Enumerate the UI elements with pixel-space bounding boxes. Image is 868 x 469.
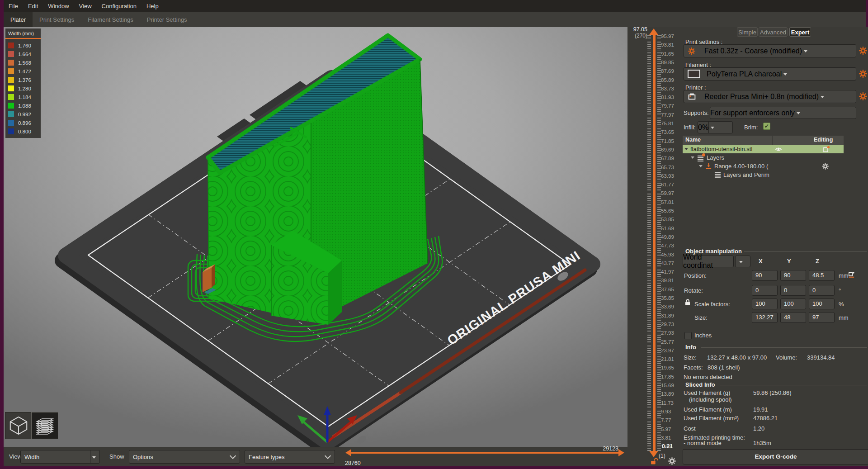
layer-tick-label: 39.81	[661, 278, 681, 283]
mode-advanced-button[interactable]: Advanced	[759, 27, 788, 37]
layers-icon	[697, 154, 704, 161]
manip-input[interactable]: 90	[752, 270, 778, 281]
manip-input[interactable]: 48	[780, 312, 806, 323]
printer-combo[interactable]: Reeder Prusa Mini+ 0.8n (modified)	[684, 90, 856, 103]
lock-open-icon[interactable]	[650, 457, 658, 465]
menu-window[interactable]: Window	[43, 0, 74, 12]
infill-combo[interactable]: 0%	[698, 121, 733, 133]
layers-icon	[714, 171, 721, 178]
mode-expert-button[interactable]: Expert	[789, 27, 811, 37]
layer-tick-label: 63.93	[661, 173, 681, 179]
manip-input[interactable]: 100	[752, 298, 778, 309]
layer-tick-label: 49.89	[661, 234, 681, 240]
menu-view[interactable]: View	[74, 0, 97, 12]
menu-help[interactable]: Help	[142, 0, 164, 12]
legend-entry: 1.472	[5, 67, 41, 76]
editing-column-header: Editing	[814, 137, 833, 143]
print-settings-combo[interactable]: Fast 0.32z - Coarse (modified)	[684, 44, 856, 57]
eye-icon[interactable]	[775, 146, 782, 153]
sliced-value: 1.20	[753, 425, 764, 432]
printer-gear-icon[interactable]	[859, 92, 867, 100]
menu-file[interactable]: File	[4, 0, 23, 12]
view-type-combo[interactable]: Width	[20, 450, 100, 464]
brim-checkbox[interactable]: ✓	[763, 123, 770, 130]
layer-tick-label: 19.65	[661, 365, 681, 370]
manip-label: Size:	[694, 314, 708, 321]
chevron-down-icon	[92, 456, 96, 460]
menu-edit[interactable]: Edit	[23, 0, 43, 12]
sliced-value: 47886.21	[753, 415, 778, 422]
object-row-range[interactable]: Range 4.00-180.00 (	[683, 162, 844, 171]
manip-input[interactable]: 90	[780, 270, 806, 281]
modifier-icon[interactable]	[823, 146, 830, 153]
preview-view-button[interactable]	[32, 412, 58, 439]
objects-table: Name Editing flatbottom-utensil-bin.stl	[683, 136, 844, 179]
hslider-track[interactable]	[348, 452, 618, 454]
drop-to-bed-icon[interactable]	[848, 271, 855, 278]
legend-swatch	[8, 94, 14, 100]
manip-input[interactable]: 48.5	[809, 270, 835, 281]
viewport-3d[interactable]: ORIGINAL PRUSA MINI	[4, 27, 627, 466]
manip-input[interactable]: 0	[752, 285, 778, 296]
layer-tick-label: 95.97	[661, 33, 681, 39]
tab-filament-settings[interactable]: Filament Settings	[81, 12, 140, 27]
coordinates-combo-arrow[interactable]	[735, 256, 750, 267]
tab-print-settings[interactable]: Print Settings	[33, 12, 81, 27]
collapse-caret-icon[interactable]	[684, 148, 688, 152]
manip-input[interactable]: 97	[809, 312, 835, 323]
layer-tick-label: 31.89	[661, 313, 681, 318]
object-row-layers[interactable]: Layers	[683, 153, 844, 162]
filament-combo[interactable]: PolyTerra PLA charcoal	[684, 67, 856, 81]
layer-slider-top-handle[interactable]	[649, 28, 658, 35]
tab-printer-settings[interactable]: Printer Settings	[140, 12, 194, 27]
layer-tick-label: 91.65	[661, 51, 681, 57]
object-row-stl[interactable]: flatbottom-utensil-bin.stl	[683, 145, 844, 153]
hslider-right-handle[interactable]	[618, 449, 627, 456]
filament-color-swatch	[688, 70, 700, 78]
menu-configuration[interactable]: Configuration	[97, 0, 142, 12]
layer-tick-label: 15.69	[661, 383, 681, 388]
legend-swatch	[8, 60, 14, 66]
inches-checkbox[interactable]	[684, 332, 692, 339]
lock-icon[interactable]	[684, 298, 691, 306]
layer-tick-label: 73.65	[661, 129, 681, 135]
legend-swatch	[8, 43, 14, 48]
mode-simple-button[interactable]: Simple	[737, 27, 758, 37]
collapse-caret-icon[interactable]	[699, 165, 703, 169]
legend-width: Width (mm) 1.7601.6641.5681.4721.3761.28…	[5, 28, 41, 138]
tab-plater[interactable]: Plater	[4, 12, 33, 27]
object-row-layers-perim[interactable]: Layers and Perim	[683, 171, 844, 179]
chevron-down-icon	[797, 112, 800, 116]
manip-input[interactable]: 0	[780, 285, 806, 296]
manip-input[interactable]: 132.27	[752, 312, 778, 323]
layers-stack-icon	[34, 415, 55, 436]
manip-input[interactable]: 100	[809, 298, 835, 309]
supports-combo[interactable]: For support enforcers only	[710, 107, 856, 119]
filament-gear-icon[interactable]	[859, 70, 867, 78]
hslider-min-label: 28760	[345, 460, 361, 466]
manip-input[interactable]: 0	[809, 285, 835, 296]
manip-input[interactable]: 100	[780, 298, 806, 309]
legend-swatch	[8, 85, 14, 91]
object-name: flatbottom-utensil-bin.stl	[690, 146, 752, 152]
bottom-toolbar: View Width Show Options Feature types 29…	[4, 447, 627, 466]
legend-swatch	[8, 120, 14, 126]
legend-entry: 0.800	[5, 127, 41, 136]
collapse-caret-icon[interactable]	[691, 156, 694, 161]
size-label: Size:	[684, 354, 697, 361]
layer-slider-track[interactable]	[653, 35, 656, 451]
legend-value: 1.184	[18, 95, 31, 100]
layer-top-count: (270)	[631, 33, 647, 39]
editor-view-button[interactable]	[5, 412, 32, 439]
print-settings-gear-icon[interactable]	[859, 47, 867, 55]
layer-tick-label: 89.85	[661, 60, 681, 65]
slider-gear-icon[interactable]	[668, 457, 676, 465]
layer-tick-label: 43.77	[661, 261, 681, 266]
range-gear-icon[interactable]	[822, 163, 829, 170]
layer-slider-bottom-handle[interactable]	[649, 451, 658, 457]
show-options-combo[interactable]: Options	[129, 450, 240, 464]
export-gcode-button[interactable]: Export G-code	[683, 449, 868, 464]
coordinates-combo[interactable]: World coordinat	[683, 256, 734, 267]
feature-types-combo[interactable]: Feature types	[245, 450, 335, 464]
layer-tick-label: 71.85	[661, 138, 681, 144]
